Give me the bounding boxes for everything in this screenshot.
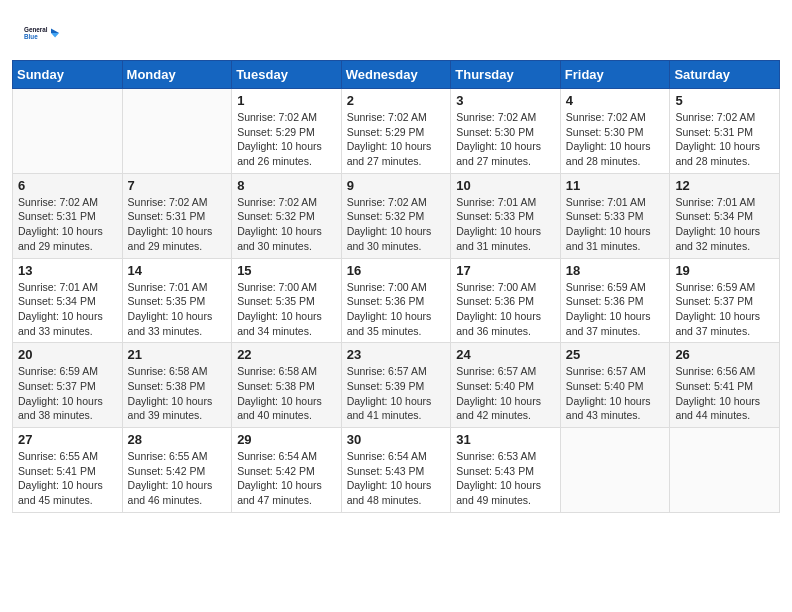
day-number: 11 — [566, 178, 665, 193]
day-detail: Sunrise: 6:59 AM Sunset: 5:36 PM Dayligh… — [566, 280, 665, 339]
calendar-cell: 7Sunrise: 7:02 AM Sunset: 5:31 PM Daylig… — [122, 173, 232, 258]
calendar-cell: 9Sunrise: 7:02 AM Sunset: 5:32 PM Daylig… — [341, 173, 451, 258]
calendar-table: SundayMondayTuesdayWednesdayThursdayFrid… — [12, 60, 780, 513]
calendar-cell: 17Sunrise: 7:00 AM Sunset: 5:36 PM Dayli… — [451, 258, 561, 343]
calendar-cell: 5Sunrise: 7:02 AM Sunset: 5:31 PM Daylig… — [670, 89, 780, 174]
day-number: 28 — [128, 432, 227, 447]
day-number: 14 — [128, 263, 227, 278]
calendar-cell: 29Sunrise: 6:54 AM Sunset: 5:42 PM Dayli… — [232, 428, 342, 513]
calendar-cell — [13, 89, 123, 174]
calendar-cell — [122, 89, 232, 174]
logo-icon: GeneralBlue — [24, 16, 60, 52]
calendar-week-row: 20Sunrise: 6:59 AM Sunset: 5:37 PM Dayli… — [13, 343, 780, 428]
calendar-cell: 11Sunrise: 7:01 AM Sunset: 5:33 PM Dayli… — [560, 173, 670, 258]
calendar-cell: 2Sunrise: 7:02 AM Sunset: 5:29 PM Daylig… — [341, 89, 451, 174]
day-header: Monday — [122, 61, 232, 89]
calendar-cell: 6Sunrise: 7:02 AM Sunset: 5:31 PM Daylig… — [13, 173, 123, 258]
day-number: 5 — [675, 93, 774, 108]
day-header: Saturday — [670, 61, 780, 89]
day-number: 4 — [566, 93, 665, 108]
day-number: 30 — [347, 432, 446, 447]
day-number: 12 — [675, 178, 774, 193]
day-detail: Sunrise: 6:55 AM Sunset: 5:41 PM Dayligh… — [18, 449, 117, 508]
day-detail: Sunrise: 7:02 AM Sunset: 5:32 PM Dayligh… — [347, 195, 446, 254]
calendar-cell: 22Sunrise: 6:58 AM Sunset: 5:38 PM Dayli… — [232, 343, 342, 428]
day-detail: Sunrise: 6:54 AM Sunset: 5:42 PM Dayligh… — [237, 449, 336, 508]
day-header: Thursday — [451, 61, 561, 89]
calendar-week-row: 6Sunrise: 7:02 AM Sunset: 5:31 PM Daylig… — [13, 173, 780, 258]
calendar-cell: 15Sunrise: 7:00 AM Sunset: 5:35 PM Dayli… — [232, 258, 342, 343]
day-number: 23 — [347, 347, 446, 362]
day-detail: Sunrise: 6:57 AM Sunset: 5:40 PM Dayligh… — [456, 364, 555, 423]
day-detail: Sunrise: 6:59 AM Sunset: 5:37 PM Dayligh… — [18, 364, 117, 423]
day-number: 25 — [566, 347, 665, 362]
calendar-cell: 27Sunrise: 6:55 AM Sunset: 5:41 PM Dayli… — [13, 428, 123, 513]
day-detail: Sunrise: 6:57 AM Sunset: 5:39 PM Dayligh… — [347, 364, 446, 423]
calendar-cell: 1Sunrise: 7:02 AM Sunset: 5:29 PM Daylig… — [232, 89, 342, 174]
day-detail: Sunrise: 6:57 AM Sunset: 5:40 PM Dayligh… — [566, 364, 665, 423]
day-number: 9 — [347, 178, 446, 193]
day-detail: Sunrise: 6:54 AM Sunset: 5:43 PM Dayligh… — [347, 449, 446, 508]
day-number: 27 — [18, 432, 117, 447]
calendar-cell: 18Sunrise: 6:59 AM Sunset: 5:36 PM Dayli… — [560, 258, 670, 343]
calendar-cell: 19Sunrise: 6:59 AM Sunset: 5:37 PM Dayli… — [670, 258, 780, 343]
day-detail: Sunrise: 7:02 AM Sunset: 5:31 PM Dayligh… — [18, 195, 117, 254]
day-header: Sunday — [13, 61, 123, 89]
calendar-header-row: SundayMondayTuesdayWednesdayThursdayFrid… — [13, 61, 780, 89]
calendar-cell: 24Sunrise: 6:57 AM Sunset: 5:40 PM Dayli… — [451, 343, 561, 428]
calendar-cell — [560, 428, 670, 513]
calendar-cell: 4Sunrise: 7:02 AM Sunset: 5:30 PM Daylig… — [560, 89, 670, 174]
day-number: 13 — [18, 263, 117, 278]
day-header: Tuesday — [232, 61, 342, 89]
calendar-cell: 31Sunrise: 6:53 AM Sunset: 5:43 PM Dayli… — [451, 428, 561, 513]
day-header: Friday — [560, 61, 670, 89]
day-number: 24 — [456, 347, 555, 362]
page-header: GeneralBlue — [0, 0, 792, 56]
svg-marker-3 — [51, 33, 59, 38]
calendar-cell: 16Sunrise: 7:00 AM Sunset: 5:36 PM Dayli… — [341, 258, 451, 343]
calendar-cell: 26Sunrise: 6:56 AM Sunset: 5:41 PM Dayli… — [670, 343, 780, 428]
day-detail: Sunrise: 7:02 AM Sunset: 5:31 PM Dayligh… — [675, 110, 774, 169]
day-number: 3 — [456, 93, 555, 108]
day-detail: Sunrise: 6:59 AM Sunset: 5:37 PM Dayligh… — [675, 280, 774, 339]
day-number: 2 — [347, 93, 446, 108]
day-detail: Sunrise: 6:55 AM Sunset: 5:42 PM Dayligh… — [128, 449, 227, 508]
day-number: 20 — [18, 347, 117, 362]
calendar-week-row: 13Sunrise: 7:01 AM Sunset: 5:34 PM Dayli… — [13, 258, 780, 343]
calendar-cell — [670, 428, 780, 513]
day-detail: Sunrise: 7:00 AM Sunset: 5:36 PM Dayligh… — [347, 280, 446, 339]
day-header: Wednesday — [341, 61, 451, 89]
day-detail: Sunrise: 7:02 AM Sunset: 5:30 PM Dayligh… — [456, 110, 555, 169]
day-detail: Sunrise: 7:01 AM Sunset: 5:35 PM Dayligh… — [128, 280, 227, 339]
day-detail: Sunrise: 6:56 AM Sunset: 5:41 PM Dayligh… — [675, 364, 774, 423]
day-detail: Sunrise: 7:00 AM Sunset: 5:36 PM Dayligh… — [456, 280, 555, 339]
day-detail: Sunrise: 7:02 AM Sunset: 5:32 PM Dayligh… — [237, 195, 336, 254]
day-detail: Sunrise: 7:01 AM Sunset: 5:33 PM Dayligh… — [566, 195, 665, 254]
calendar-week-row: 1Sunrise: 7:02 AM Sunset: 5:29 PM Daylig… — [13, 89, 780, 174]
day-detail: Sunrise: 7:01 AM Sunset: 5:33 PM Dayligh… — [456, 195, 555, 254]
calendar-cell: 8Sunrise: 7:02 AM Sunset: 5:32 PM Daylig… — [232, 173, 342, 258]
day-number: 6 — [18, 178, 117, 193]
day-number: 19 — [675, 263, 774, 278]
day-detail: Sunrise: 6:53 AM Sunset: 5:43 PM Dayligh… — [456, 449, 555, 508]
day-detail: Sunrise: 7:01 AM Sunset: 5:34 PM Dayligh… — [675, 195, 774, 254]
day-number: 22 — [237, 347, 336, 362]
day-number: 21 — [128, 347, 227, 362]
calendar-cell: 12Sunrise: 7:01 AM Sunset: 5:34 PM Dayli… — [670, 173, 780, 258]
calendar-cell: 13Sunrise: 7:01 AM Sunset: 5:34 PM Dayli… — [13, 258, 123, 343]
svg-text:Blue: Blue — [24, 33, 38, 40]
day-number: 10 — [456, 178, 555, 193]
day-number: 15 — [237, 263, 336, 278]
day-number: 8 — [237, 178, 336, 193]
day-number: 26 — [675, 347, 774, 362]
day-detail: Sunrise: 7:02 AM Sunset: 5:29 PM Dayligh… — [347, 110, 446, 169]
day-detail: Sunrise: 7:02 AM Sunset: 5:29 PM Dayligh… — [237, 110, 336, 169]
day-detail: Sunrise: 7:01 AM Sunset: 5:34 PM Dayligh… — [18, 280, 117, 339]
calendar-cell: 21Sunrise: 6:58 AM Sunset: 5:38 PM Dayli… — [122, 343, 232, 428]
day-number: 31 — [456, 432, 555, 447]
day-number: 7 — [128, 178, 227, 193]
svg-text:General: General — [24, 26, 48, 33]
day-number: 16 — [347, 263, 446, 278]
calendar-cell: 3Sunrise: 7:02 AM Sunset: 5:30 PM Daylig… — [451, 89, 561, 174]
calendar-cell: 10Sunrise: 7:01 AM Sunset: 5:33 PM Dayli… — [451, 173, 561, 258]
